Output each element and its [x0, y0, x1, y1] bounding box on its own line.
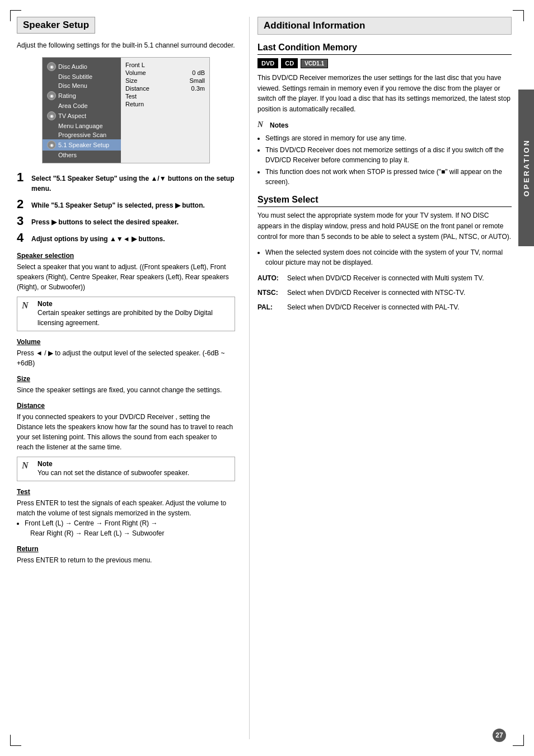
- menu-row-return: Return: [125, 100, 205, 108]
- left-section-title-box: Speaker Setup: [17, 17, 95, 34]
- menu-item-rating: ◉ Rating: [47, 90, 116, 101]
- system-select-section: System Select You must select the approp…: [257, 195, 512, 312]
- system-option-ntsc-label: NTSC:: [257, 288, 283, 298]
- right-section-title: Additional Information: [264, 20, 505, 31]
- system-option-pal-label: PAL:: [257, 302, 283, 312]
- main-content: Speaker Setup Adjust the following setti…: [17, 17, 512, 739]
- subsection-volume: Volume Press ◄ / ▶ to adjust the output …: [17, 338, 235, 368]
- menu-icon-tv-aspect: ◉: [47, 111, 56, 120]
- menu-row-test: Test: [125, 92, 205, 100]
- subsection-title-speaker-selection: Speaker selection: [17, 252, 235, 260]
- menu-row-volume: Volume0 dB: [125, 69, 205, 77]
- subsection-text-speaker-selection: Select a speaker that you want to adjust…: [17, 262, 235, 292]
- note-box-distance: N Note You can not set the distance of s…: [17, 457, 235, 481]
- menu-row-frontl: Front L: [125, 61, 205, 69]
- page-number: 27: [493, 729, 506, 742]
- menu-icon-5-1: ◉: [47, 140, 56, 149]
- subsection-title-volume: Volume: [17, 338, 235, 346]
- left-section-title: Speaker Setup: [23, 20, 89, 31]
- menu-item-menu-language: Menu Language: [47, 121, 116, 130]
- notes-icon: N: [257, 120, 268, 131]
- subsection-test: Test Press ENTER to test the signals of …: [17, 488, 235, 538]
- subsection-text-distance: If you connected speakers to your DVD/CD…: [17, 412, 235, 452]
- step-2: 2 While "5.1 Speaker Setup" is selected,…: [17, 198, 235, 210]
- notes-list: Settings are stored in memory for use an…: [265, 133, 512, 187]
- disc-badges: DVD CD VCD1.1: [257, 58, 512, 68]
- notes-section: N Notes Settings are stored in memory fo…: [257, 120, 512, 187]
- subsection-title-return: Return: [17, 545, 235, 553]
- subsection-speaker-selection: Speaker selection Select a speaker that …: [17, 252, 235, 331]
- menu-row-size: SizeSmall: [125, 77, 205, 84]
- menu-simulation: ◉ Disc Audio Disc Subtitle Disc Menu ◉ R…: [42, 57, 210, 163]
- menu-right-panel: Front L Volume0 dB SizeSmall Distance0.3…: [121, 58, 209, 163]
- test-bullet-item: Front Left (L) → Centre → Front Right (R…: [25, 518, 235, 538]
- notes-item-2: This DVD/CD Receiver does not memorize s…: [265, 145, 512, 165]
- system-option-auto: AUTO: Select when DVD/CD Receiver is con…: [257, 273, 512, 283]
- system-select-bullet: When the selected system does not coinci…: [265, 247, 512, 267]
- menu-item-5-1-speaker-setup: ◉ 5.1 Speaker Setup: [43, 139, 121, 151]
- svg-text:N: N: [22, 461, 29, 470]
- subsection-return: Return Press ENTER to return to the prev…: [17, 545, 235, 565]
- system-select-bullet-list: When the selected system does not coinci…: [265, 247, 512, 267]
- right-column: Additional Information Last Condition Me…: [252, 17, 512, 739]
- subsection-text-return: Press ENTER to return to the previous me…: [17, 555, 235, 565]
- menu-left-panel: ◉ Disc Audio Disc Subtitle Disc Menu ◉ R…: [43, 58, 121, 163]
- menu-icon-rating: ◉: [47, 91, 56, 100]
- note-box-speaker-selection: N Note Certain speaker settings are proh…: [17, 297, 235, 331]
- svg-text:N: N: [22, 300, 29, 310]
- badge-vcd: VCD1.1: [301, 59, 328, 68]
- step-3: 3 Press ▶ buttons to select the desired …: [17, 215, 235, 227]
- menu-icon-disc-audio: ◉: [47, 62, 56, 71]
- subsection-text-test: Press ENTER to test the signals of each …: [17, 498, 235, 518]
- system-option-ntsc: NTSC: Select when DVD/CD Receiver is con…: [257, 288, 512, 298]
- menu-item-area-code: Area Code: [47, 101, 116, 110]
- test-bullet-list: Front Left (L) → Centre → Front Right (R…: [25, 518, 235, 538]
- subsection-title-test: Test: [17, 488, 235, 496]
- system-select-body-text: You must select the appropriate system m…: [257, 210, 512, 242]
- sidebar-operation: OPERATION: [518, 90, 534, 246]
- subsection-size: Size Since the speaker settings are fixe…: [17, 375, 235, 395]
- badge-cd: CD: [281, 58, 298, 68]
- system-option-auto-text: Select when DVD/CD Receiver is connected…: [287, 273, 484, 283]
- last-condition-body-text: This DVD/CD Receiver memorizes the user …: [257, 73, 512, 114]
- menu-item-disc-subtitle: Disc Subtitle: [47, 72, 116, 81]
- last-condition-memory-title: Last Condition Memory: [257, 43, 512, 55]
- menu-item-others: Others: [47, 151, 116, 159]
- menu-item-progressive-scan: Progressive Scan: [47, 130, 116, 139]
- corner-br: [513, 735, 524, 746]
- subsection-distance: Distance If you connected speakers to yo…: [17, 402, 235, 481]
- menu-row-distance: Distance0.3m: [125, 84, 205, 92]
- note-icon-distance: N: [22, 460, 34, 472]
- system-option-pal: PAL: Select when DVD/CD Receiver is conn…: [257, 302, 512, 312]
- menu-item-tv-aspect: ◉ TV Aspect: [47, 110, 116, 121]
- notes-label: Notes: [270, 121, 288, 129]
- system-option-ntsc-text: Select when DVD/CD Receiver is connected…: [287, 288, 465, 298]
- svg-text:N: N: [257, 120, 264, 129]
- steps-list: 1 Select "5.1 Speaker Setup" using the ▲…: [17, 171, 235, 244]
- badge-dvd: DVD: [257, 58, 278, 68]
- corner-tr: [513, 10, 524, 21]
- notes-item-3: This function does not work when STOP is…: [265, 167, 512, 187]
- system-select-title: System Select: [257, 195, 512, 207]
- right-section-title-box: Additional Information: [257, 17, 512, 35]
- subsection-text-volume: Press ◄ / ▶ to adjust the output level o…: [17, 348, 235, 368]
- subsection-text-size: Since the speaker settings are fixed, yo…: [17, 385, 235, 395]
- notes-item-1: Settings are stored in memory for use an…: [265, 133, 512, 143]
- step-4: 4 Adjust options by using ▲▼◄ ▶ buttons.: [17, 232, 235, 244]
- system-option-pal-text: Select when DVD/CD Receiver is connected…: [287, 302, 459, 312]
- system-option-auto-label: AUTO:: [257, 273, 283, 283]
- notes-header: N Notes: [257, 120, 512, 131]
- last-condition-memory-section: Last Condition Memory DVD CD VCD1.1 This…: [257, 43, 512, 187]
- left-intro-text: Adjust the following settings for the bu…: [17, 40, 235, 50]
- menu-item-disc-audio: ◉ Disc Audio: [47, 61, 116, 72]
- subsection-title-size: Size: [17, 375, 235, 383]
- left-column: Speaker Setup Adjust the following setti…: [17, 17, 241, 739]
- menu-item-disc-menu: Disc Menu: [47, 81, 116, 90]
- note-icon: N: [22, 300, 34, 312]
- subsection-title-distance: Distance: [17, 402, 235, 410]
- step-1: 1 Select "5.1 Speaker Setup" using the ▲…: [17, 171, 235, 194]
- system-options: AUTO: Select when DVD/CD Receiver is con…: [257, 273, 512, 312]
